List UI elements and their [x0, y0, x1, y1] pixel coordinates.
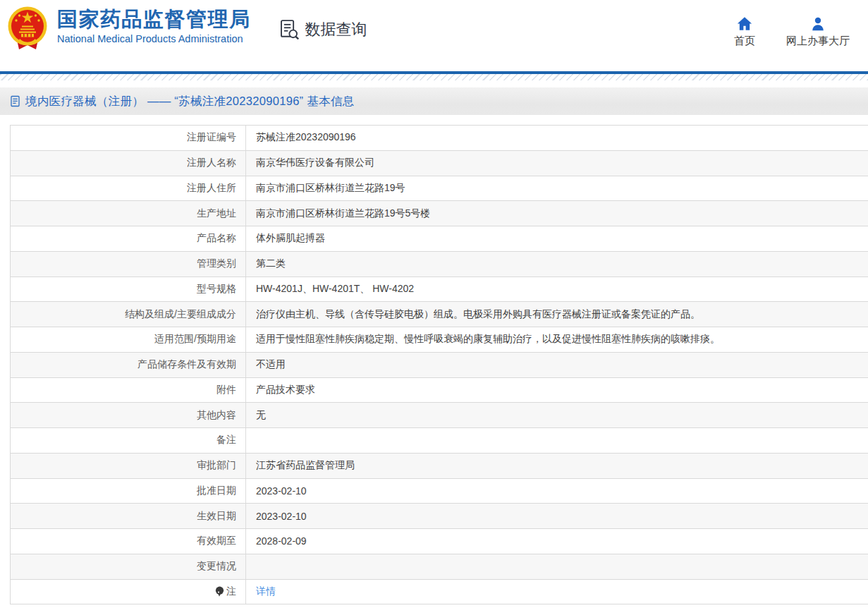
row-label-text: 注册人名称: [187, 157, 236, 169]
national-emblem-icon: [7, 6, 48, 52]
table-row: 批准日期 2023-02-10: [11, 479, 868, 504]
row-label-text: 管理类别: [197, 257, 236, 270]
brand-subtitle: National Medical Products Administration: [57, 33, 251, 44]
row-label-text: 注册证编号: [187, 131, 236, 144]
row-label-text: 结构及组成/主要组成成分: [125, 308, 236, 321]
row-value: 第二类: [246, 252, 868, 276]
row-value: 治疗仪由主机、导线（含传导硅胶电极）组成。电极采用外购具有医疗器械注册证或备案凭…: [246, 302, 868, 327]
table-row: 注 详情: [11, 580, 868, 605]
table-row: 审批部门 江苏省药品监督管理局: [11, 454, 868, 479]
brand-title: 国家药品监督管理局: [57, 8, 251, 31]
nav-home-label: 首页: [734, 35, 755, 48]
info-table: 注册证编号 苏械注准20232090196 注册人名称 南京华伟医疗设备有限公司…: [10, 125, 868, 604]
row-value: 江苏省药品监督管理局: [246, 454, 868, 478]
table-row: 其他内容 无: [11, 403, 868, 428]
row-value: 详情: [246, 580, 868, 604]
table-row: 结构及组成/主要组成成分 治疗仪由主机、导线（含传导硅胶电极）组成。电极采用外购…: [11, 302, 868, 327]
row-label: 生效日期: [11, 504, 246, 528]
row-label: 注册人名称: [11, 151, 246, 176]
row-value-text: 体外膈肌起搏器: [256, 232, 325, 245]
row-value-text: 治疗仪由主机、导线（含传导硅胶电极）组成。电极采用外购具有医疗器械注册证或备案凭…: [256, 308, 700, 321]
row-label-text: 生产地址: [197, 207, 236, 220]
row-value-text: HW-4201J、HW-4201T、 HW-4202: [256, 283, 414, 296]
table-row: 备注: [11, 428, 868, 454]
table-row: 注册证编号 苏械注准20232090196: [11, 126, 868, 151]
row-value: HW-4201J、HW-4201T、 HW-4202: [246, 277, 868, 302]
row-value-text: 南京市浦口区桥林街道兰花路19号: [256, 182, 405, 195]
row-label-text: 注: [226, 585, 236, 598]
row-label-text: 备注: [216, 434, 236, 446]
data-query-section[interactable]: 数据查询: [278, 18, 367, 40]
row-value: 无: [246, 403, 868, 427]
table-row: 生产地址 南京市浦口区桥林街道兰花路19号5号楼: [11, 201, 868, 226]
row-label: 注册人住所: [11, 176, 246, 201]
row-value: [246, 428, 868, 453]
row-value-text: 南京华伟医疗设备有限公司: [256, 157, 374, 169]
site-header: 国家药品监督管理局 National Medical Products Admi…: [0, 0, 868, 71]
row-label-text: 批准日期: [197, 485, 236, 497]
row-value-text: 南京市浦口区桥林街道兰花路19号5号楼: [256, 207, 430, 220]
table-row: 有效期至 2028-02-09: [11, 529, 868, 554]
row-label-text: 注册人住所: [187, 182, 236, 195]
table-row: 管理类别 第二类: [11, 252, 868, 277]
home-icon: [737, 16, 752, 31]
row-label: 注册证编号: [11, 126, 246, 150]
row-label: 注: [11, 580, 246, 604]
document-icon: [10, 95, 20, 107]
row-value-text: 2023-02-10: [256, 511, 307, 522]
row-value-text: 苏械注准20232090196: [256, 131, 356, 144]
data-query-icon: [278, 18, 300, 40]
row-label-text: 产品名称: [197, 232, 236, 245]
row-label: 生产地址: [11, 201, 246, 226]
row-label: 结构及组成/主要组成成分: [11, 302, 246, 327]
table-row: 变更情况: [11, 554, 868, 580]
row-value-text: 2023-02-10: [256, 485, 307, 497]
row-value-text: 无: [256, 409, 266, 422]
row-value-text: 第二类: [256, 257, 286, 270]
row-label: 批准日期: [11, 479, 246, 504]
nav-online-hall[interactable]: 网上办事大厅: [786, 16, 850, 48]
table-row: 适用范围/预期用途 适用于慢性阻塞性肺疾病稳定期、慢性呼吸衰竭的康复辅助治疗，以…: [11, 327, 868, 353]
row-value: 体外膈肌起搏器: [246, 226, 868, 251]
row-value: 2023-02-10: [246, 504, 868, 528]
top-nav: 首页 网上办事大厅: [734, 16, 868, 48]
row-label-text: 审批部门: [197, 459, 236, 472]
details-link[interactable]: 详情: [256, 585, 276, 598]
person-icon: [810, 16, 826, 31]
row-label: 型号规格: [11, 277, 246, 302]
page-title: 境内医疗器械（注册） —— “苏械注准20232090196” 基本信息: [25, 94, 354, 109]
hatch-stripe-band: [0, 74, 868, 80]
row-label: 产品储存条件及有效期: [11, 353, 246, 377]
row-value-text: 适用于慢性阻塞性肺疾病稳定期、慢性呼吸衰竭的康复辅助治疗，以及促进慢性阻塞性肺疾…: [256, 333, 720, 346]
table-row: 附件 产品技术要求: [11, 378, 868, 403]
row-value: 适用于慢性阻塞性肺疾病稳定期、慢性呼吸衰竭的康复辅助治疗，以及促进慢性阻塞性肺疾…: [246, 327, 868, 352]
row-value-text: 江苏省药品监督管理局: [256, 459, 355, 472]
row-label: 其他内容: [11, 403, 246, 427]
row-value-text: 产品技术要求: [256, 384, 315, 396]
row-label-text: 有效期至: [197, 535, 236, 547]
row-value: 2023-02-10: [246, 479, 868, 504]
brand-block: 国家药品监督管理局 National Medical Products Admi…: [57, 8, 251, 44]
row-value: 不适用: [246, 353, 868, 377]
nmpa-emblem-logo: [7, 6, 48, 55]
row-value: 苏械注准20232090196: [246, 126, 868, 150]
row-value-text: 不适用: [256, 358, 286, 371]
row-label: 附件: [11, 378, 246, 403]
row-label-text: 适用范围/预期用途: [154, 333, 236, 346]
row-value: [246, 554, 868, 579]
table-row: 型号规格 HW-4201J、HW-4201T、 HW-4202: [11, 277, 868, 303]
row-label: 备注: [11, 428, 246, 453]
nav-online-hall-label: 网上办事大厅: [786, 35, 850, 48]
row-label: 有效期至: [11, 529, 246, 554]
row-label-text: 生效日期: [197, 510, 236, 523]
row-value-text: 2028-02-09: [256, 535, 307, 547]
table-row: 产品名称 体外膈肌起搏器: [11, 226, 868, 252]
row-label-text: 其他内容: [197, 409, 236, 422]
data-query-label: 数据查询: [305, 19, 367, 40]
table-row: 注册人名称 南京华伟医疗设备有限公司: [11, 151, 868, 176]
row-label-text: 产品储存条件及有效期: [137, 358, 236, 371]
nav-home[interactable]: 首页: [734, 16, 755, 48]
row-value: 产品技术要求: [246, 378, 868, 403]
table-row: 产品储存条件及有效期 不适用: [11, 353, 868, 378]
table-row: 注册人住所 南京市浦口区桥林街道兰花路19号: [11, 176, 868, 202]
